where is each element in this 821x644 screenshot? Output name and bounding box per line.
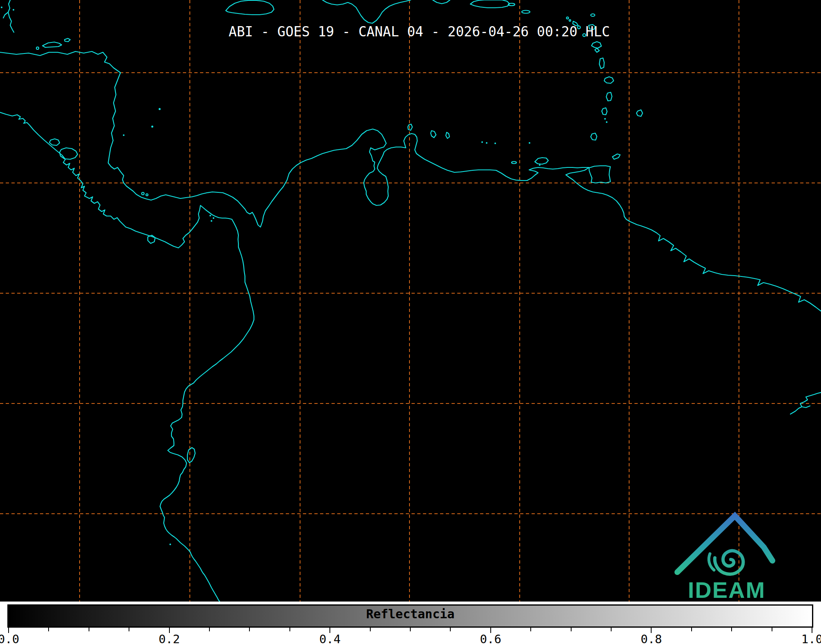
- island-grenadines-icon: [604, 118, 606, 120]
- colorbar-minor-tick: [289, 628, 290, 631]
- colorbar-minor-tick: [410, 628, 411, 631]
- island-dominica: [599, 58, 604, 69]
- colorbar-minor-tick: [89, 628, 89, 631]
- colorbar-minor-tick: [209, 628, 210, 631]
- island-st-croix: [522, 11, 530, 13]
- colorbar-tick-label: 0.6: [480, 632, 501, 644]
- island-bocas-icon: [142, 192, 144, 195]
- island-los-roques-icon: [486, 142, 487, 144]
- island-barbuda: [591, 14, 595, 16]
- island-puerto-rico: [470, 0, 510, 8]
- colorbar-tick-label: 1.0: [801, 632, 821, 644]
- coastline-amapa-spur: [802, 406, 810, 408]
- coastline-hispaniola-east: [433, 0, 450, 4]
- island-guadeloupe: [592, 42, 601, 48]
- colorbar-tick-label: 0.2: [158, 632, 180, 644]
- island-jamaica: [226, 0, 274, 15]
- island-utila: [36, 47, 39, 49]
- colorbar-minor-tick: [249, 628, 250, 631]
- colorbar-tick-label: 0.8: [641, 632, 662, 644]
- island-pearl-icon: [213, 217, 214, 219]
- island-aruba: [408, 124, 412, 130]
- island-roatan: [42, 42, 62, 47]
- lake-nicaragua: [60, 148, 78, 159]
- island-pearl-icon: [211, 220, 212, 222]
- island-los-roques-icon: [481, 141, 483, 143]
- coastline-hispaniola-south: [323, 0, 411, 23]
- island-puna: [187, 448, 195, 463]
- colorbar-tick-label: 0.4: [319, 632, 340, 644]
- island-la-orchila-icon: [494, 143, 496, 144]
- map-canvas: IDEAM ABI - GOES 19 - CANAL 04 - 2026-04…: [0, 0, 821, 602]
- island-bonaire: [446, 132, 449, 138]
- colorbar-minor-tick: [530, 628, 531, 631]
- coastline-pacific-mainland: [0, 112, 254, 602]
- colorbar-minor-tick: [772, 628, 772, 631]
- colorbar-minor-tick: [611, 628, 612, 631]
- coastline-caribbean-mainland: [0, 51, 821, 311]
- colorbar-label: Reflectancia: [366, 607, 455, 621]
- colorbar-minor-tick: [691, 628, 692, 631]
- island-tobago: [612, 154, 620, 159]
- island-st-lucia: [606, 92, 612, 101]
- ideam-logo: IDEAM: [677, 516, 772, 602]
- colorbar-minor-tick: [450, 628, 451, 631]
- island-guadeloupe-south: [595, 48, 599, 52]
- island-coche-icon: [539, 164, 541, 166]
- belize-caye-icon: [1, 7, 2, 8]
- island-margarita: [535, 158, 548, 164]
- coastline-belize-fragment: [8, 0, 14, 32]
- ideam-logo-text: IDEAM: [688, 577, 765, 602]
- island-guanaja: [65, 38, 70, 42]
- island-pearl-icon: [209, 215, 211, 216]
- island-st-vincent: [602, 108, 607, 115]
- island-la-tortuga: [512, 162, 516, 164]
- coastline-belize-spur: [3, 12, 8, 18]
- colorbar-minor-tick: [129, 628, 129, 631]
- island-saba: [567, 17, 569, 19]
- island-trinidad: [589, 166, 610, 183]
- island-providencia-icon: [159, 108, 161, 110]
- colorbar-minor-tick: [370, 628, 371, 631]
- graticule-grid: [0, 0, 821, 602]
- ideam-spiral-arc-icon: [709, 554, 714, 570]
- island-san-andres-icon: [151, 126, 154, 128]
- island-grenada: [591, 133, 597, 140]
- colorbar-minor-tick: [731, 628, 732, 631]
- satellite-product-frame: IDEAM ABI - GOES 19 - CANAL 04 - 2026-04…: [0, 0, 821, 644]
- island-curacao: [431, 131, 436, 138]
- colorbar-tick-label: 0.0: [0, 632, 19, 644]
- coastlines: [0, 0, 821, 602]
- island-martinique: [604, 77, 614, 83]
- island-lobos-icon: [169, 544, 171, 545]
- island-corn-icon: [123, 134, 125, 136]
- colorbar-minor-tick: [571, 628, 572, 631]
- island-st-eustatius: [569, 20, 571, 21]
- colorbar-minor-tick: [48, 628, 49, 631]
- island-bocas-icon: [146, 194, 148, 196]
- island-barbados: [636, 110, 643, 116]
- island-la-blanquilla-icon: [529, 142, 530, 144]
- belize-caye-icon: [13, 9, 14, 11]
- map-graphic: IDEAM: [0, 0, 821, 602]
- colorbar-strip: Reflectancia 0.00.20.40.60.81.0: [0, 602, 821, 644]
- map-title: ABI - GOES 19 - CANAL 04 - 2026-04-26 00…: [229, 24, 610, 40]
- island-grenadines-icon: [606, 121, 607, 123]
- lake-managua: [49, 139, 60, 145]
